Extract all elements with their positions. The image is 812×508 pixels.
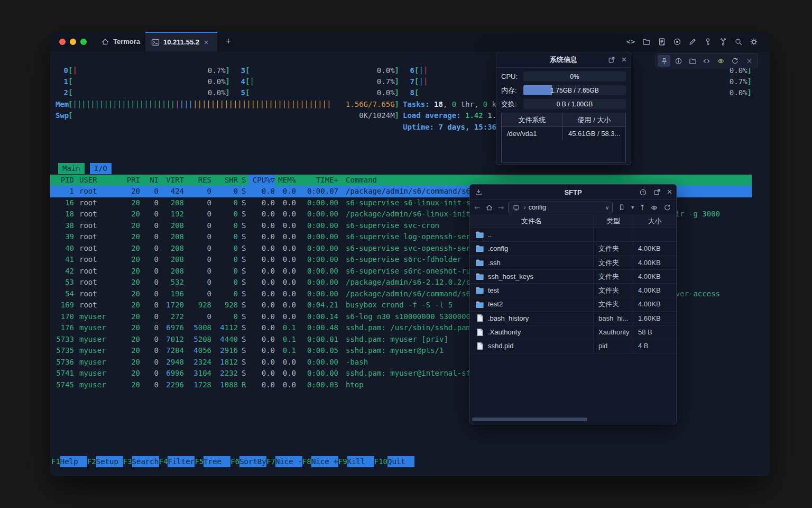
home-icon[interactable] [485,203,494,212]
refresh-icon[interactable] [729,55,742,67]
fkey-f9[interactable]: F9 [338,456,347,467]
fkey-action-search[interactable]: Search [132,456,159,467]
folder-icon [475,272,484,281]
column-header-res[interactable]: RES [184,175,211,186]
column-header-pid[interactable]: PID [50,175,74,186]
file-row[interactable]: .bash_historybash_hi...1.60KB [470,312,676,325]
open-window-icon[interactable] [653,188,662,197]
file-row[interactable]: .ssh文件夹4.00KB [470,256,676,270]
caret-down-icon[interactable]: ▼ [630,205,635,210]
fkey-f4[interactable]: F4 [159,456,168,467]
edit-icon[interactable] [688,37,697,46]
path-breadcrumb[interactable]: › config ∨ [508,202,613,213]
tab-session-active[interactable]: 10.211.55.2 × [145,32,217,51]
cpu-meter-2: 2[0.0%] [56,87,230,98]
traffic-close-button[interactable] [59,39,66,45]
info-icon[interactable] [672,55,685,67]
eye-icon[interactable] [715,55,727,67]
forward-icon[interactable]: → [498,203,504,212]
column-header-user[interactable]: USER [74,175,119,186]
htop-tab-io[interactable]: I/O [90,163,112,174]
pin-icon[interactable] [658,55,670,67]
bookmark-icon[interactable] [617,203,626,212]
fkey-f7[interactable]: F7 [266,456,275,467]
file-row[interactable]: .config文件夹4.00KB [470,242,676,256]
column-header-cpu[interactable]: CPU%▽ [248,175,275,186]
file-row[interactable]: sshd.pidpid4 B [470,339,676,353]
column-header-shr[interactable]: SHR [211,175,238,186]
metric-row: 内存:1.75GB / 7.65GB [501,85,626,95]
cpu-meter-1: 1[0.0%] [56,76,230,87]
download-icon[interactable] [474,188,483,197]
fkey-action-nice[interactable]: Nice - [275,456,302,467]
session-tab-label: 10.211.55.2 [163,38,199,46]
record-icon[interactable] [672,37,681,46]
help-icon[interactable]: ? [639,188,648,197]
traffic-zoom-button[interactable] [80,39,87,45]
column-header-ni[interactable]: NI [140,175,159,186]
htop-function-key-bar: F1HelpF2SetupF3SearchF4FilterF5TreeF6Sor… [51,456,414,467]
fkey-action-quit[interactable]: Quit [387,456,414,467]
file-column-header[interactable]: 大小 [633,214,676,228]
close-tab-icon[interactable]: × [204,38,208,47]
fkey-action-help[interactable]: Help [60,456,87,467]
close-icon[interactable]: × [622,56,626,64]
column-header-time[interactable]: TIME+ [296,175,338,186]
refresh-icon[interactable] [663,203,672,212]
file-column-header[interactable]: 类型 [594,214,633,228]
file-row[interactable]: test文件夹4.00KB [470,284,676,297]
file-row[interactable]: .XauthorityXauthority58 B [470,325,676,339]
folder-icon[interactable] [642,37,651,46]
file-row[interactable]: ssh_host_keys文件夹4.00KB [470,270,676,284]
eye-icon[interactable] [650,203,659,212]
fkey-action-setup[interactable]: Setup [96,456,123,467]
column-header-s[interactable]: S [238,175,248,186]
close-icon[interactable]: × [667,188,672,196]
column-header-virt[interactable]: VIRT [159,175,184,186]
htop-tab-main[interactable]: Main [58,163,85,174]
search-icon[interactable] [734,37,743,46]
tab-home[interactable]: Termora [95,32,145,51]
up-icon[interactable]: ↑ [639,203,645,212]
fkey-action-sortby[interactable]: SortBy [239,456,266,467]
code-icon[interactable]: <> [626,37,635,46]
close-icon[interactable] [743,55,755,67]
fkey-action-filter[interactable]: Filter [168,456,195,467]
sftp-file-table: 文件名类型大小...config文件夹4.00KB.ssh文件夹4.00KBss… [470,214,676,353]
new-tab-button[interactable]: + [220,32,236,51]
folder-icon [475,286,484,295]
log-icon[interactable] [657,37,666,46]
back-icon[interactable]: ← [474,203,481,212]
titlebar-actions: <> [626,32,758,51]
fkey-action-kill[interactable]: Kill [347,456,374,467]
fkey-f8[interactable]: F8 [302,456,311,467]
horizontal-scrollbar[interactable] [472,418,587,421]
sftp-panel: SFTP ? × ← → › config [469,184,677,424]
fkey-f10[interactable]: F10 [374,456,387,467]
code-icon[interactable] [700,55,713,67]
pin-icon [660,57,669,66]
fkey-f1[interactable]: F1 [51,456,60,467]
fkey-f2[interactable]: F2 [87,456,96,467]
settings-icon[interactable] [749,37,758,46]
chevron-down-icon[interactable]: ∨ [605,205,609,211]
column-header-mem[interactable]: MEM% [275,175,296,186]
fkey-action-nice[interactable]: Nice + [311,456,338,467]
open-window-icon[interactable] [607,56,616,65]
file-row[interactable]: .. [470,228,676,242]
folder-icon [475,258,484,267]
file-row[interactable]: test2文件夹4.00KB [470,297,676,311]
key-icon[interactable] [703,37,712,46]
htop-screen-tabs: Main I/O [58,163,112,174]
column-header-pri[interactable]: PRI [119,175,140,186]
traffic-minimize-button[interactable] [70,39,76,45]
folder-icon[interactable] [686,55,699,67]
file-column-header[interactable]: 文件名 [470,214,594,228]
fkey-f6[interactable]: F6 [230,456,239,467]
folder-icon [475,244,484,253]
fkey-f3[interactable]: F3 [123,456,132,467]
fkey-f5[interactable]: F5 [195,456,204,467]
filesystem-row[interactable]: /dev/vda145.61GB / 58.3... [502,127,625,140]
fkey-action-tree[interactable]: Tree [204,456,230,467]
keychain-icon[interactable] [718,37,727,46]
